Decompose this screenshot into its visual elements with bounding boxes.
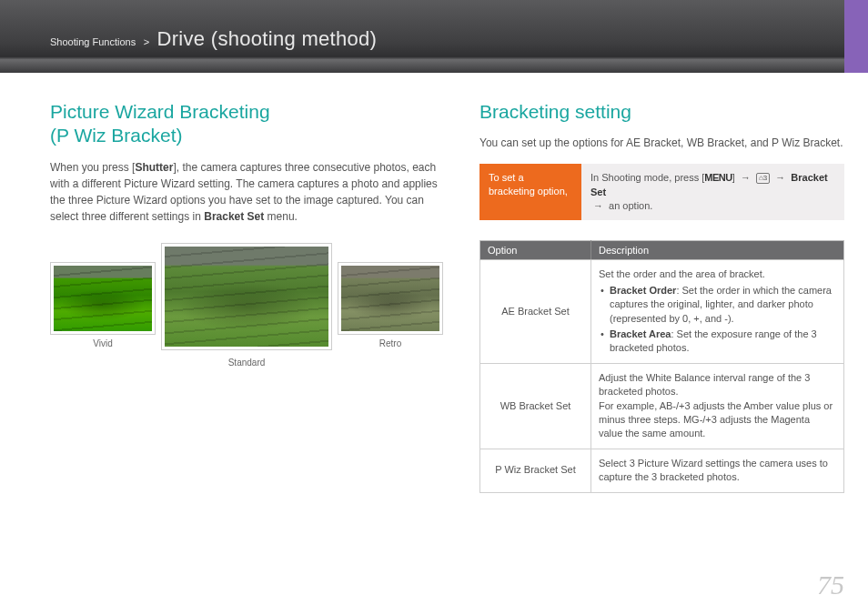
camera-mode-icon: ⌂3: [756, 173, 770, 184]
caption-retro: Retro: [338, 338, 443, 348]
para-text-e: menu.: [264, 210, 298, 223]
ae-item-bold-1: Bracket Order: [610, 285, 676, 296]
breadcrumb-title: Drive (shooting method): [157, 27, 378, 50]
list-item: Bracket Area: Set the exposure range of …: [599, 328, 836, 356]
ae-lead: Set the order and the area of bracket.: [599, 268, 765, 279]
ae-item-bold-2: Bracket Area: [610, 328, 671, 339]
arrow-icon: →: [775, 172, 785, 183]
table-header-row: Option Description: [480, 241, 844, 260]
picture-wizard-paragraph: When you press [Shutter], the camera cap…: [50, 159, 443, 225]
arrow-icon: →: [593, 200, 603, 211]
tip-text-a: In Shooting mode, press [: [590, 172, 704, 183]
tip-label-line-2: bracketing option,: [489, 186, 568, 197]
photo-card-standard: Standard: [161, 243, 332, 368]
photo-retro: [338, 262, 443, 335]
ae-list: Bracket Order: Set the order in which th…: [599, 284, 836, 356]
photo-card-vivid: Vivid: [50, 262, 156, 348]
tip-row: To set a bracketing option, In Shooting …: [479, 164, 844, 220]
breadcrumb-separator: >: [144, 36, 149, 47]
caption-vivid: Vivid: [50, 338, 156, 348]
wb-text2: For example, AB-/+3 adjusts the Amber va…: [599, 400, 833, 439]
breadcrumb-small: Shooting Functions: [50, 36, 136, 47]
bracketing-intro: You can set up the options for AE Bracke…: [479, 135, 844, 151]
para-text-a: When you press [: [50, 161, 135, 174]
th-description: Description: [591, 241, 844, 260]
picture-wizard-heading: Picture Wizard Bracketing (P Wiz Bracket…: [50, 100, 443, 148]
caption-standard: Standard: [161, 358, 332, 368]
option-name-ae: AE Bracket Set: [480, 260, 591, 363]
content-area: Picture Wizard Bracketing (P Wiz Bracket…: [0, 73, 868, 493]
photo-card-retro: Retro: [338, 262, 443, 348]
right-column: Bracketing setting You can set up the op…: [479, 100, 844, 493]
list-item: Bracket Order: Set the order in which th…: [599, 284, 836, 326]
th-option: Option: [480, 241, 591, 260]
option-desc-pwiz: Select 3 Picture Wizard settings the cam…: [591, 449, 844, 492]
heading-line-2: (P Wiz Bracket): [50, 125, 182, 146]
option-desc-wb: Adjust the White Balance interval range …: [591, 363, 844, 449]
tip-text-d: an option.: [606, 200, 652, 211]
page-header: Shooting Functions > Drive (shooting met…: [0, 0, 868, 73]
para-bold-bracketset: Bracket Set: [204, 210, 264, 223]
tip-label: To set a bracketing option,: [479, 164, 581, 220]
table-row: AE Bracket Set Set the order and the are…: [480, 260, 844, 363]
bracketing-setting-heading: Bracketing setting: [479, 100, 844, 124]
arrow-icon: →: [741, 172, 751, 183]
left-column: Picture Wizard Bracketing (P Wiz Bracket…: [50, 100, 443, 493]
tip-text-b: ]: [732, 172, 735, 183]
page-edge-tab: [844, 0, 868, 73]
page-number: 75: [817, 570, 844, 600]
photo-row: Vivid Standard Retro: [50, 243, 443, 368]
table-row: WB Bracket Set Adjust the White Balance …: [480, 363, 844, 449]
tip-description: In Shooting mode, press [MENU] → ⌂3 → Br…: [581, 164, 844, 220]
option-name-wb: WB Bracket Set: [480, 363, 591, 449]
menu-icon: MENU: [704, 172, 732, 183]
wb-lead: Adjust the White Balance interval range …: [599, 372, 810, 397]
heading-line-1: Picture Wizard Bracketing: [50, 101, 270, 122]
para-bold-shutter: Shutter: [135, 161, 173, 174]
photo-standard: [161, 243, 332, 350]
photo-vivid: [50, 262, 156, 335]
option-desc-ae: Set the order and the area of bracket. B…: [591, 260, 844, 363]
table-row: P Wiz Bracket Set Select 3 Picture Wizar…: [480, 449, 844, 492]
option-name-pwiz: P Wiz Bracket Set: [480, 449, 591, 492]
options-table: Option Description AE Bracket Set Set th…: [479, 240, 844, 492]
tip-label-line-1: To set a: [489, 172, 524, 183]
